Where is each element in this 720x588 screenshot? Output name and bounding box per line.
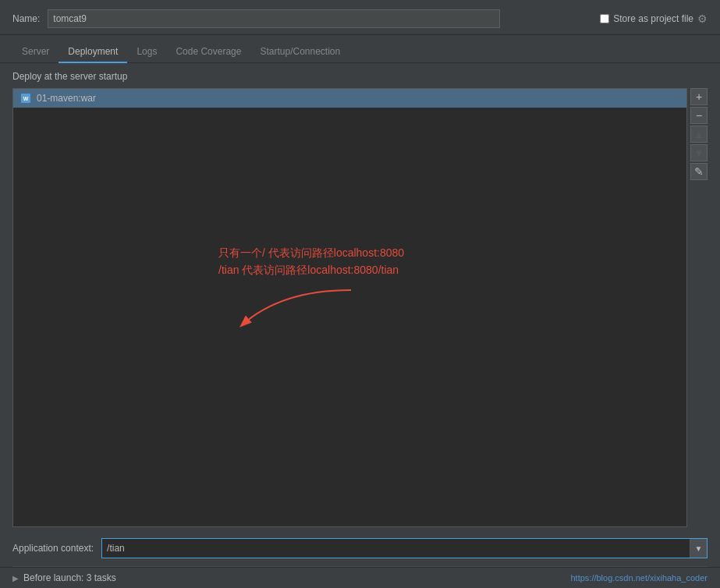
name-input[interactable] <box>48 9 500 28</box>
bottom-bar: ▶ Before launch: 3 tasks https://blog.cs… <box>0 567 720 588</box>
gear-icon[interactable]: ⚙ <box>697 12 708 25</box>
move-up-button[interactable]: ▲ <box>690 126 708 143</box>
store-project-container: Store as project file ⚙ <box>600 12 708 25</box>
section-label: Deploy at the server startup <box>0 63 720 88</box>
app-context-input-wrap: ▼ <box>101 538 708 558</box>
edit-button[interactable]: ✎ <box>690 163 708 180</box>
side-buttons: + − ▲ ▼ ✎ <box>687 88 708 527</box>
app-context-label: Application context: <box>12 543 94 554</box>
store-project-label: Store as project file <box>613 13 693 24</box>
app-context-input[interactable] <box>102 539 690 558</box>
url-text: https://blog.csdn.net/xixihaha_coder <box>570 573 708 583</box>
tab-deployment[interactable]: Deployment <box>59 41 127 63</box>
header-row: Name: Store as project file ⚙ <box>0 0 720 35</box>
expand-icon: ▶ <box>12 574 19 583</box>
deploy-area: W 01-maven:war + − ▲ ▼ ✎ 只有一个/ 代表访问路径loc… <box>0 88 720 527</box>
app-context-dropdown-button[interactable]: ▼ <box>690 539 707 558</box>
tab-logs[interactable]: Logs <box>127 41 166 63</box>
deploy-item-01-maven-war[interactable]: W 01-maven:war <box>13 89 686 108</box>
tab-server[interactable]: Server <box>12 41 59 63</box>
app-context-row: Application context: ▼ <box>0 533 720 566</box>
main-content: Deploy at the server startup W 01-maven:… <box>0 63 720 566</box>
tab-code-coverage[interactable]: Code Coverage <box>166 41 250 63</box>
tabs-bar: Server Deployment Logs Code Coverage Sta… <box>0 35 720 63</box>
name-label: Name: <box>12 13 40 24</box>
store-project-checkbox[interactable] <box>600 14 609 23</box>
remove-button[interactable]: − <box>690 107 708 124</box>
tab-startup-connection[interactable]: Startup/Connection <box>250 41 349 63</box>
deploy-list: W 01-maven:war <box>12 88 687 527</box>
run-configuration-dialog: Name: Store as project file ⚙ Server Dep… <box>0 0 720 588</box>
add-button[interactable]: + <box>690 88 708 105</box>
deploy-item-label: 01-maven:war <box>37 93 96 104</box>
war-icon: W <box>20 92 32 104</box>
before-launch-text: Before launch: 3 tasks <box>23 572 116 583</box>
before-launch-section[interactable]: ▶ Before launch: 3 tasks <box>12 572 116 583</box>
move-down-button[interactable]: ▼ <box>690 144 708 161</box>
